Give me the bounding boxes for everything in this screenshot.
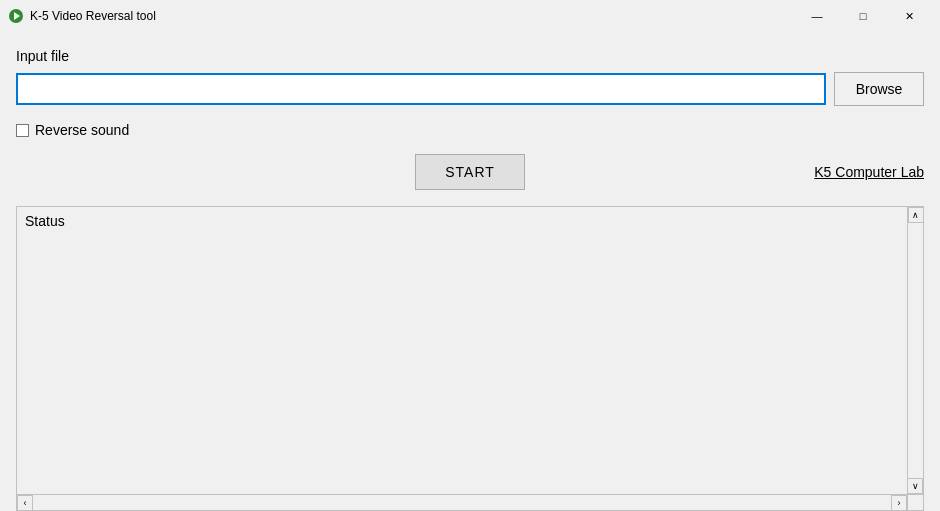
action-row: START K5 Computer Lab xyxy=(16,154,924,190)
reverse-sound-label[interactable]: Reverse sound xyxy=(35,122,129,138)
reverse-sound-row: Reverse sound xyxy=(16,122,924,138)
browse-button[interactable]: Browse xyxy=(834,72,924,106)
minimize-button[interactable]: — xyxy=(794,1,840,31)
vertical-scrollbar: ∧ xyxy=(907,207,923,494)
window-title: K-5 Video Reversal tool xyxy=(30,9,794,23)
horizontal-scrollbar: ‹ › xyxy=(17,494,907,510)
scroll-track-v xyxy=(908,223,923,494)
file-input[interactable] xyxy=(16,73,826,105)
scroll-track-h xyxy=(33,495,891,510)
window-controls: — □ ✕ xyxy=(794,1,932,31)
main-content: Input file Browse Reverse sound START K5… xyxy=(0,32,940,511)
input-file-section: Input file Browse xyxy=(16,48,924,106)
start-button[interactable]: START xyxy=(415,154,525,190)
k5-computer-lab-link[interactable]: K5 Computer Lab xyxy=(814,164,924,180)
app-icon xyxy=(8,8,24,24)
scroll-left-arrow[interactable]: ‹ xyxy=(17,495,33,511)
scrollbar-corner xyxy=(907,494,923,510)
scroll-right-arrow[interactable]: › xyxy=(891,495,907,511)
status-box: Status ∧ ∨ ‹ › xyxy=(16,206,924,511)
title-bar: K-5 Video Reversal tool — □ ✕ xyxy=(0,0,940,32)
maximize-button[interactable]: □ xyxy=(840,1,886,31)
status-section: Status ∧ ∨ ‹ › xyxy=(16,206,924,511)
reverse-sound-checkbox[interactable] xyxy=(16,124,29,137)
input-file-label: Input file xyxy=(16,48,924,64)
input-row: Browse xyxy=(16,72,924,106)
main-window: K-5 Video Reversal tool — □ ✕ Input file… xyxy=(0,0,940,511)
scroll-up-arrow[interactable]: ∧ xyxy=(908,207,924,223)
scroll-down-arrow[interactable]: ∨ xyxy=(907,478,923,494)
close-button[interactable]: ✕ xyxy=(886,1,932,31)
status-label: Status xyxy=(25,213,65,229)
